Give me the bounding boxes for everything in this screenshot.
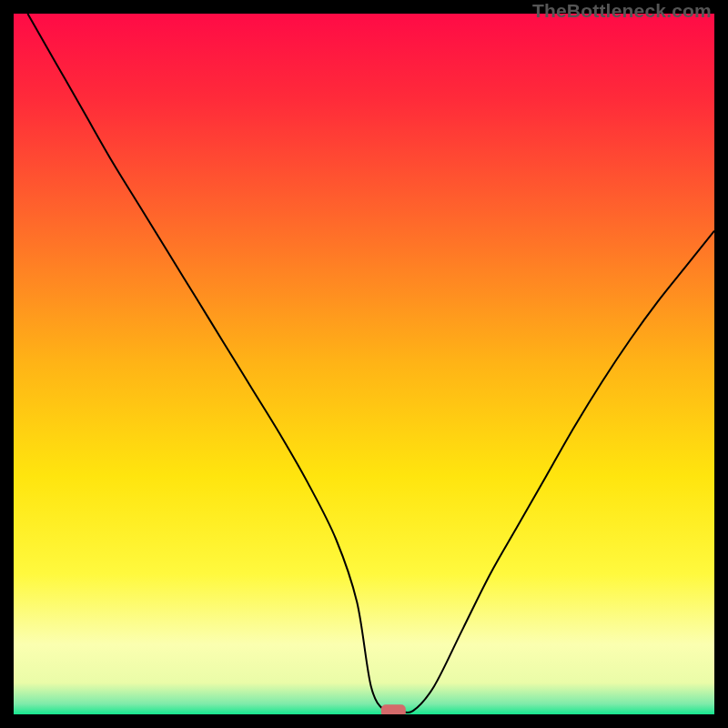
optimal-marker [381, 704, 406, 714]
watermark-text: TheBottleneck.com [532, 0, 712, 22]
chart-background [14, 14, 714, 714]
chart-svg [14, 14, 714, 714]
